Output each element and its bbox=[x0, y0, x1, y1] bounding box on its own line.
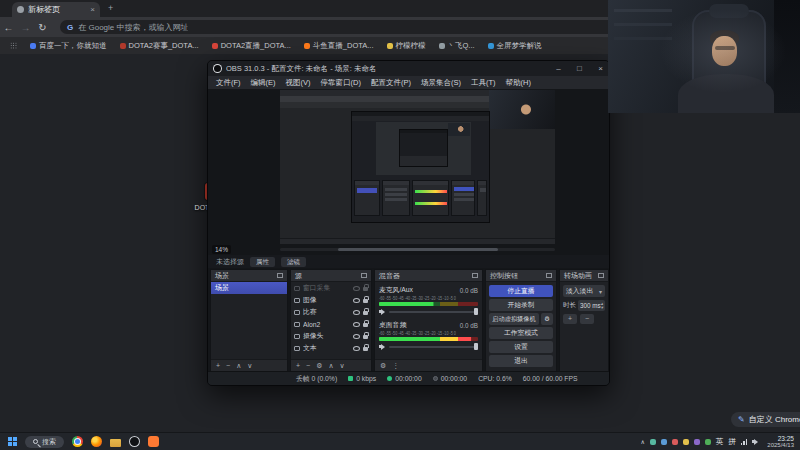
network-icon[interactable] bbox=[741, 439, 748, 445]
preview-scrollbar[interactable] bbox=[280, 248, 555, 251]
tab-close-icon[interactable]: × bbox=[90, 5, 95, 14]
volume-fader[interactable] bbox=[379, 343, 478, 350]
menu-help[interactable]: 帮助(H) bbox=[501, 78, 536, 88]
source-item[interactable]: 文本 bbox=[291, 342, 371, 354]
popout-icon[interactable] bbox=[472, 273, 478, 278]
source-item[interactable]: 图像 bbox=[291, 294, 371, 306]
visibility-eye-icon[interactable] bbox=[353, 334, 360, 339]
source-item[interactable]: Alon2 bbox=[291, 318, 371, 330]
lock-icon[interactable] bbox=[363, 287, 368, 291]
start-button-icon[interactable] bbox=[8, 437, 17, 446]
ime-mode-indicator[interactable]: 英 bbox=[716, 437, 724, 447]
fader-knob[interactable] bbox=[474, 308, 478, 315]
scene-up-icon[interactable]: ∧ bbox=[236, 362, 241, 369]
add-transition-button[interactable]: + bbox=[563, 314, 577, 324]
tray-app-icon[interactable] bbox=[672, 439, 678, 445]
popout-icon[interactable] bbox=[546, 273, 552, 278]
taskbar-search[interactable]: 搜索 bbox=[25, 436, 64, 448]
obs-titlebar[interactable]: OBS 31.0.3 - 配置文件: 未命名 - 场景: 未命名 – □ × bbox=[208, 61, 609, 76]
tray-app-icon[interactable] bbox=[705, 439, 711, 445]
bookmark-item[interactable]: 柠檬柠檬 bbox=[387, 41, 426, 51]
add-scene-icon[interactable]: + bbox=[216, 362, 220, 369]
remove-scene-icon[interactable]: − bbox=[226, 362, 230, 369]
menu-file[interactable]: 文件(F) bbox=[211, 78, 246, 88]
bookmark-item[interactable]: 斗鱼直播_DOTA... bbox=[304, 41, 374, 51]
fader-knob[interactable] bbox=[474, 343, 478, 350]
scrollbar-thumb[interactable] bbox=[338, 248, 498, 251]
popout-icon[interactable] bbox=[361, 273, 367, 278]
back-icon[interactable]: ← bbox=[0, 22, 17, 33]
source-up-icon[interactable]: ∧ bbox=[328, 362, 333, 369]
maximize-icon[interactable]: □ bbox=[571, 64, 588, 73]
chrome-taskbar-icon[interactable] bbox=[72, 436, 83, 447]
source-down-icon[interactable]: ∨ bbox=[340, 362, 345, 369]
remove-source-icon[interactable]: − bbox=[306, 362, 310, 369]
lock-icon[interactable] bbox=[363, 347, 368, 351]
filters-button[interactable]: 滤镜 bbox=[281, 257, 306, 267]
explorer-taskbar-icon[interactable] bbox=[110, 439, 121, 447]
bookmark-item[interactable]: 全屏梦学解说 bbox=[488, 41, 542, 51]
new-tab-icon[interactable]: + bbox=[108, 3, 113, 13]
volume-fader[interactable] bbox=[379, 308, 478, 315]
source-item[interactable]: 比赛 bbox=[291, 306, 371, 318]
mixer-kebab-icon[interactable]: ⋮ bbox=[392, 362, 399, 369]
exit-button[interactable]: 退出 bbox=[489, 355, 553, 367]
refresh-icon[interactable]: ↻ bbox=[34, 22, 51, 33]
spinner-arrows-icon[interactable]: ▴▾ bbox=[601, 302, 603, 310]
visibility-eye-icon[interactable] bbox=[353, 310, 360, 315]
properties-button[interactable]: 属性 bbox=[250, 257, 275, 267]
bookmark-item[interactable]: DOTA2赛事_DOTA... bbox=[120, 41, 199, 51]
tray-app-icon[interactable] bbox=[683, 439, 689, 445]
tray-app-icon[interactable] bbox=[650, 439, 656, 445]
preview-canvas[interactable] bbox=[280, 90, 555, 244]
menu-view[interactable]: 视图(V) bbox=[281, 78, 316, 88]
browser-tab-newtab[interactable]: 新标签页 × bbox=[12, 2, 100, 17]
add-source-icon[interactable]: + bbox=[296, 362, 300, 369]
tray-app-icon[interactable] bbox=[694, 439, 700, 445]
visibility-eye-icon[interactable] bbox=[353, 322, 360, 327]
tray-app-icon[interactable] bbox=[661, 439, 667, 445]
start-virtual-camera-button[interactable]: 启动虚拟摄像机 bbox=[489, 313, 539, 325]
visibility-eye-icon[interactable] bbox=[353, 298, 360, 303]
tray-chevron-up-icon[interactable]: ∧ bbox=[640, 438, 644, 445]
studio-mode-button[interactable]: 工作室模式 bbox=[489, 327, 553, 339]
transition-select[interactable]: 淡入淡出▾ bbox=[563, 285, 605, 297]
menu-scene-collection[interactable]: 场景集合(S) bbox=[416, 78, 466, 88]
virtual-camera-settings-icon[interactable]: ⚙ bbox=[541, 313, 553, 325]
speaker-icon[interactable] bbox=[379, 308, 386, 315]
speaker-icon[interactable] bbox=[379, 343, 386, 350]
popout-icon[interactable] bbox=[277, 273, 283, 278]
popout-icon[interactable] bbox=[598, 273, 604, 278]
settings-button[interactable]: 设置 bbox=[489, 341, 553, 353]
source-item[interactable]: 窗口采集 bbox=[291, 282, 371, 294]
volume-icon[interactable] bbox=[752, 438, 759, 445]
scene-down-icon[interactable]: ∨ bbox=[247, 362, 252, 369]
bookmark-item[interactable]: 百度一下，你就知道 bbox=[30, 41, 107, 51]
taskbar-clock[interactable]: 23:25 2025/4/13 bbox=[764, 435, 794, 449]
menu-tools[interactable]: 工具(T) bbox=[466, 78, 501, 88]
transition-duration-input[interactable]: 300 ms ▴▾ bbox=[578, 300, 605, 311]
ime-pinyin-indicator[interactable]: 拼 bbox=[728, 437, 736, 447]
close-icon[interactable]: × bbox=[592, 64, 609, 73]
obs-taskbar-icon[interactable] bbox=[129, 436, 140, 447]
bookmark-item[interactable]: DOTA2直播_DOTA... bbox=[212, 41, 291, 51]
douyu-taskbar-icon[interactable] bbox=[148, 436, 159, 447]
menu-docks[interactable]: 停靠窗口(D) bbox=[316, 78, 366, 88]
lock-icon[interactable] bbox=[363, 311, 368, 315]
scene-item-selected[interactable]: 场景 bbox=[211, 282, 287, 294]
apps-grid-icon[interactable] bbox=[10, 42, 17, 49]
forward-icon[interactable]: → bbox=[17, 22, 34, 33]
bookmark-item[interactable]: 丶飞Q... bbox=[439, 41, 475, 51]
stop-streaming-button[interactable]: 停止直播 bbox=[489, 285, 553, 297]
remove-transition-button[interactable]: − bbox=[580, 314, 594, 324]
source-properties-gear-icon[interactable]: ⚙ bbox=[316, 362, 322, 369]
firefox-taskbar-icon[interactable] bbox=[91, 436, 102, 447]
menu-edit[interactable]: 编辑(E) bbox=[246, 78, 281, 88]
menu-profile[interactable]: 配置文件(P) bbox=[366, 78, 416, 88]
lock-icon[interactable] bbox=[363, 299, 368, 303]
source-item[interactable]: 摄像头 bbox=[291, 330, 371, 342]
minimize-icon[interactable]: – bbox=[550, 64, 567, 73]
lock-icon[interactable] bbox=[363, 323, 368, 327]
visibility-eye-icon[interactable] bbox=[353, 346, 360, 351]
customize-chrome-button[interactable]: ✎ 自定义 Chrome bbox=[731, 412, 800, 427]
